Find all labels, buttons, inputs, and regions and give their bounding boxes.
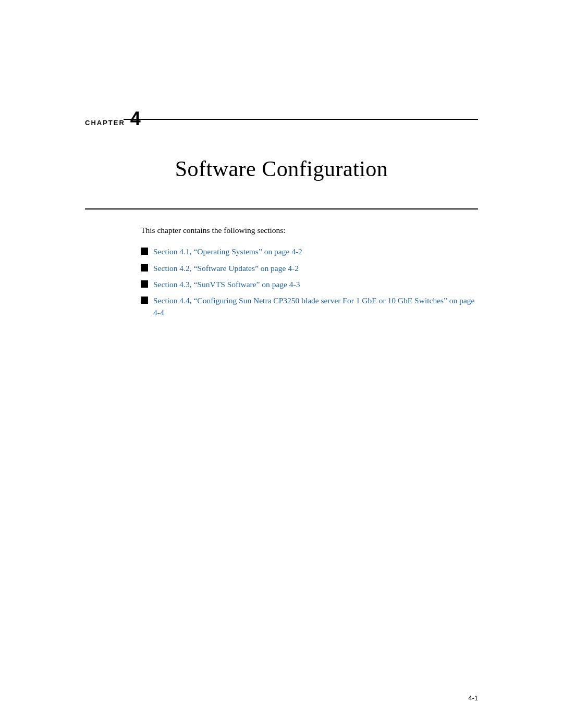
page-number: 4-1 [468,694,478,702]
page: CHAPTER 4 Software Configuration This ch… [0,0,563,728]
chapter-title: Software Configuration [85,156,478,181]
intro-text: This chapter contains the following sect… [141,224,478,236]
chapter-word: CHAPTER [85,119,125,127]
bullet-icon [141,264,148,272]
toc-list: Section 4.1, “Operating Systems” on page… [141,245,478,318]
list-item: Section 4.2, “Software Updates” on page … [141,262,478,274]
chapter-rule [124,119,478,120]
bullet-icon [141,248,148,255]
list-item: Section 4.3, “SunVTS Software” on page 4… [141,278,478,290]
toc-link-section-4-1[interactable]: Section 4.1, “Operating Systems” on page… [153,245,302,257]
bullet-icon [141,297,148,304]
list-item: Section 4.1, “Operating Systems” on page… [141,245,478,257]
toc-link-section-4-2[interactable]: Section 4.2, “Software Updates” on page … [153,262,299,274]
toc-link-section-4-3[interactable]: Section 4.3, “SunVTS Software” on page 4… [153,278,300,290]
toc-link-section-4-4[interactable]: Section 4.4, “Configuring Sun Netra CP32… [153,294,478,319]
list-item: Section 4.4, “Configuring Sun Netra CP32… [141,294,478,319]
bullet-icon [141,280,148,288]
content-area: This chapter contains the following sect… [141,224,478,323]
horizontal-rule [85,208,478,209]
